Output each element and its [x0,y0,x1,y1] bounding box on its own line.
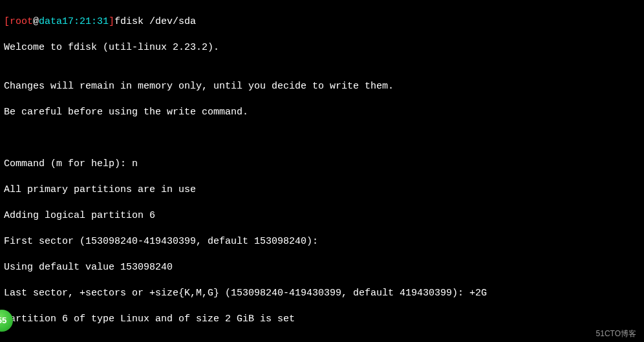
command-text: fdisk /dev/sda [114,16,196,27]
prompt-line-1: [root@data17:21:31]fdisk /dev/sda [4,16,640,28]
output-line: Adding logical partition 6 [4,209,640,222]
output-line: Partition 6 of type Linux and of size 2 … [4,313,640,326]
prompt-bracket-open: [ [4,16,10,27]
output-line: Changes will remain in memory only, unti… [4,80,640,93]
prompt-at: @ [33,16,39,27]
prompt-bracket-close: ] [109,16,114,27]
terminal[interactable]: [root@data17:21:31]fdisk /dev/sda Welcom… [0,0,644,342]
output-line: Using default value 153098240 [4,261,640,274]
output-line: First sector (153098240-419430399, defau… [4,235,640,248]
output-line: Be careful before using the write comman… [4,106,640,119]
output-line: Welcome to fdisk (util-linux 2.23.2). [4,41,640,54]
output-line: All primary partitions are in use [4,184,640,197]
prompt-host-time: data17:21:31 [39,16,109,27]
output-line: Last sector, +sectors or +size{K,M,G} (1… [4,287,640,300]
output-line: Command (m for help): n [4,158,640,171]
watermark-text: 51CTO博客 [596,329,636,338]
prompt-user: root [10,16,33,27]
